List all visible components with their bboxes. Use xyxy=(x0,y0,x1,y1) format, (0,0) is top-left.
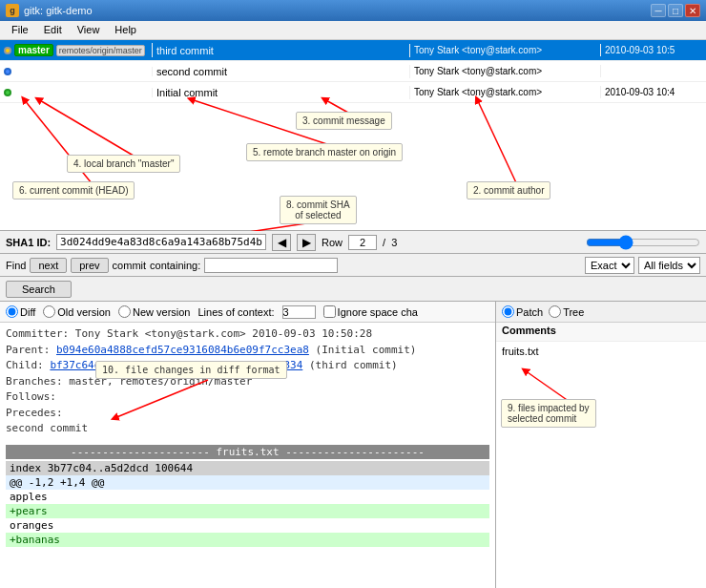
commit-find-label: commit xyxy=(113,260,146,271)
diff-hunk: @@ -1,2 +1,4 @@ xyxy=(6,475,489,490)
diff-commit-msg: second commit xyxy=(6,421,489,437)
menu-file[interactable]: File xyxy=(4,23,36,37)
newver-radio-label[interactable]: New version xyxy=(118,305,191,318)
table-row[interactable]: master remotes/origin/master third commi… xyxy=(0,40,706,61)
diff-child: Child: bf37c64e79b9804aee541f590ccdab046… xyxy=(6,358,489,374)
commit-date: 2010-09-03 10:5 xyxy=(601,44,706,56)
sha-input[interactable] xyxy=(56,234,266,250)
diff-line-apples: apples xyxy=(6,490,489,504)
search-btn-row: Search xyxy=(0,277,706,302)
next-button[interactable]: next xyxy=(30,258,67,273)
app-icon: g xyxy=(6,4,19,17)
menu-bar: File Edit View Help xyxy=(0,21,706,40)
find-label: Find xyxy=(6,260,26,271)
lines-label: Lines of context: xyxy=(197,306,274,318)
file-list-content[interactable]: fruits.txt 9. files impacted by selected… xyxy=(496,342,706,588)
commit-date: 2010-09-03 10:4 xyxy=(601,86,706,98)
diff-line-pears: +pears xyxy=(6,504,489,518)
diff-committer: Committer: Tony Stark <tony@stark.com> 2… xyxy=(6,326,489,343)
allfields-select[interactable]: All fields xyxy=(638,257,700,274)
bottom-area: Diff Old version New version Lines of co… xyxy=(0,302,706,588)
ignore-check-label[interactable]: Ignore space cha xyxy=(323,305,418,318)
table-row[interactable]: second commit Tony Stark <tony@stark.com… xyxy=(0,61,706,82)
commit-dot xyxy=(4,68,11,75)
diff-radio[interactable] xyxy=(6,305,18,318)
ignore-checkbox[interactable] xyxy=(323,305,336,318)
diff-area: Diff Old version New version Lines of co… xyxy=(0,302,496,588)
commit-message: third commit xyxy=(153,44,410,57)
diff-precedes: Precedes: xyxy=(6,406,489,422)
tree-radio[interactable] xyxy=(549,305,561,318)
annotation-files-impacted: 9. files impacted by selected commit xyxy=(501,399,596,428)
sha-bar: SHA1 ID: ◀ ▶ Row / 3 xyxy=(0,231,706,254)
find-bar: Find next prev commit containing: Exact … xyxy=(0,254,706,277)
menu-view[interactable]: View xyxy=(70,23,108,37)
diff-follows: Follows: xyxy=(6,389,489,406)
commit-dot xyxy=(4,47,11,54)
find-input[interactable] xyxy=(204,258,338,273)
oldver-radio[interactable] xyxy=(43,305,55,318)
oldver-radio-label[interactable]: Old version xyxy=(43,305,111,318)
row-separator: / xyxy=(383,237,385,248)
commit-author: Tony Stark <tony@stark.com> xyxy=(410,86,601,98)
diff-parent: Parent: b094e60a4888cefd57ce9316084b6e09… xyxy=(6,343,489,359)
table-row[interactable]: Initial commit Tony Stark <tony@stark.co… xyxy=(0,82,706,103)
diff-options: Diff Old version New version Lines of co… xyxy=(0,302,495,323)
sha-forward-button[interactable]: ▶ xyxy=(297,234,316,251)
diff-line-bananas: +bananas xyxy=(6,533,489,547)
diff-radio-label[interactable]: Diff xyxy=(6,305,35,318)
close-button[interactable]: ✕ xyxy=(685,4,700,17)
list-item[interactable]: fruits.txt xyxy=(502,344,700,359)
window-title: gitk: gitk-demo xyxy=(24,5,93,16)
prev-button[interactable]: prev xyxy=(71,258,108,273)
branch-tag-master[interactable]: master xyxy=(14,44,53,56)
newver-radio[interactable] xyxy=(118,305,131,318)
diff-index: index 3b77c04..a5d2dcd 100644 xyxy=(6,461,489,475)
patch-radio-label[interactable]: Patch xyxy=(502,305,543,318)
sha-back-button[interactable]: ◀ xyxy=(272,234,291,251)
commit-message: Initial commit xyxy=(153,86,410,99)
commit-message: second commit xyxy=(153,65,410,78)
containing-label: containing: xyxy=(150,260,200,271)
branch-tag-origin[interactable]: remotes/origin/master xyxy=(56,45,145,56)
menu-edit[interactable]: Edit xyxy=(36,23,70,37)
patch-tree-bar: Patch Tree xyxy=(496,302,706,323)
row-label: Row xyxy=(322,237,343,248)
commit-date xyxy=(601,71,706,73)
search-button[interactable]: Search xyxy=(6,281,72,298)
maximize-button[interactable]: □ xyxy=(668,4,683,17)
svg-line-7 xyxy=(525,370,572,404)
file-arrows xyxy=(496,342,706,588)
commit-rows: master remotes/origin/master third commi… xyxy=(0,40,706,103)
commit-graph-cell xyxy=(0,88,153,97)
tree-radio-label[interactable]: Tree xyxy=(549,305,584,318)
commit-dot xyxy=(4,89,11,96)
main-container: master remotes/origin/master third commi… xyxy=(0,40,706,588)
title-bar: g gitk: gitk-demo ─ □ ✕ xyxy=(0,0,706,21)
row-total: 3 xyxy=(391,237,397,248)
commit-author: Tony Stark <tony@stark.com> xyxy=(410,65,601,77)
row-slider[interactable] xyxy=(586,235,700,250)
file-list-header: Comments xyxy=(496,323,706,342)
diff-separator: ---------------------- fruits.txt ------… xyxy=(6,445,489,459)
menu-help[interactable]: Help xyxy=(107,23,144,37)
commit-author: Tony Stark <tony@stark.com> xyxy=(410,44,601,56)
sha-label: SHA1 ID: xyxy=(6,237,51,248)
row-input[interactable] xyxy=(348,235,377,250)
minimize-button[interactable]: ─ xyxy=(651,4,666,17)
patch-radio[interactable] xyxy=(502,305,514,318)
commit-graph-cell: master remotes/origin/master xyxy=(0,43,153,57)
exact-select[interactable]: Exact xyxy=(585,257,634,274)
commit-graph-cell xyxy=(0,67,153,76)
lines-input[interactable] xyxy=(282,305,316,319)
parent-link[interactable]: b094e60a4888cefd57ce9316084b6e09f7cc3ea8 xyxy=(56,344,309,356)
diff-content[interactable]: 10. file changes in diff format Committe… xyxy=(0,323,495,588)
file-list-area: Patch Tree Comments fruits.txt 9. files … xyxy=(496,302,706,588)
commit-list-area: master remotes/origin/master third commi… xyxy=(0,40,706,231)
diff-line-oranges: oranges xyxy=(6,518,489,533)
child-link[interactable]: bf37c64e79b9804aee541f590ccdab0466e01334 xyxy=(50,359,302,371)
diff-branches: Branches: master, remotes/origin/master xyxy=(6,374,489,390)
